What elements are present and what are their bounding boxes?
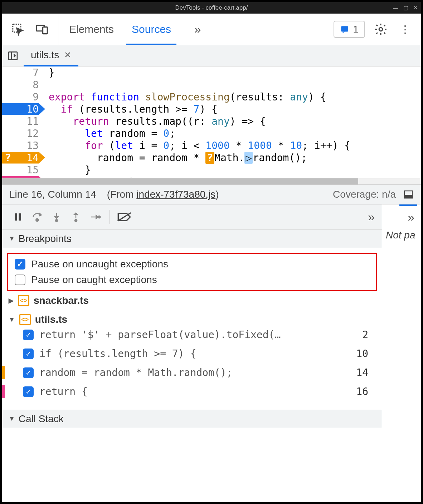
window-title: DevTools - coffee-cart.app/ [175,4,248,11]
issues-count: 1 [353,24,359,35]
breakpoint-item[interactable]: if (results.length >= 7) {10 [9,344,375,363]
gear-icon[interactable] [372,21,389,38]
breakpoint-text: return '$' + parseFloat(value).toFixed(… [39,329,281,341]
line-number[interactable]: 9 [2,91,45,103]
line-number[interactable]: 12 [2,128,45,139]
step-icon[interactable] [87,208,104,226]
close-icon[interactable]: ✕ [413,5,418,11]
debugger-status-text: Not pa [386,229,417,241]
line-number[interactable]: 14 [2,152,45,164]
debugger-toolbar: » [2,204,382,229]
more-debug-icon[interactable]: » [368,210,375,224]
code-line[interactable]: 13 for (let i = 0; i < 1000 * 1000 * 10;… [2,139,421,152]
line-number[interactable]: 13 [2,140,45,152]
breakpoint-item[interactable]: return {16 [9,382,375,401]
breakpoint-text: if (results.length >= 7) { [39,348,196,360]
file-icon: <> [18,295,29,306]
pause-caught-label: Pause on caught exceptions [31,274,157,286]
breakpoint-text: return { [39,386,88,397]
pause-icon[interactable] [9,208,26,226]
breakpoint-file-header[interactable]: ▼<>utils.ts [9,314,375,325]
svg-rect-10 [19,213,21,221]
file-tab-utils[interactable]: utils.ts ✕ [24,45,78,66]
code-text: export function slowProcessing(results: … [45,91,326,103]
status-bar: Line 16, Column 14 (From index-73f73a80.… [2,184,421,204]
breakpoint-line: 16 [356,386,375,397]
code-line[interactable]: 7} [2,66,421,79]
panel-toggle-icon[interactable] [2,50,24,61]
breakpoints-header[interactable]: ▼ Breakpoints [2,229,382,248]
source-from: (From index-73f73a80.js) [107,189,219,200]
step-over-icon[interactable] [29,208,46,226]
file-tabs: utils.ts ✕ [2,45,421,66]
svg-point-4 [379,28,383,31]
callstack-header[interactable]: ▼ Call Stack [2,410,382,428]
breakpoint-file-name: snackbar.ts [34,295,89,306]
horizontal-scrollbar[interactable] [2,178,421,184]
maximize-icon[interactable]: ▢ [403,5,408,11]
line-number[interactable]: 8 [2,79,45,91]
window-titlebar: DevTools - coffee-cart.app/ — ▢ ✕ [2,2,421,14]
code-text: } [45,67,55,79]
coverage-label: Coverage: n/a [333,189,396,200]
svg-rect-9 [15,213,17,221]
breakpoint-line: 2 [362,329,375,341]
exception-options-highlight: Pause on uncaught exceptions Pause on ca… [7,253,377,291]
code-line[interactable]: 10 if (results.length >= 7) { [2,103,421,115]
breakpoint-line: 14 [356,367,375,379]
breakpoint-file-header[interactable]: ▶<>snackbar.ts [9,295,375,306]
pause-uncaught-checkbox[interactable] [15,259,25,270]
svg-line-18 [118,213,131,221]
line-number[interactable]: 11 [2,115,45,127]
breakpoint-checkbox[interactable] [23,349,34,359]
more-tabs-icon[interactable]: » [189,21,206,38]
code-text: random = random * ?Math.▷random(); [45,152,307,164]
pause-caught-checkbox[interactable] [15,275,25,285]
code-text: if (results.length >= 7) { [45,103,218,115]
device-icon[interactable] [34,21,51,38]
svg-rect-3 [341,26,349,31]
step-into-icon[interactable] [48,208,65,226]
more-panels-icon[interactable]: » [408,210,414,224]
line-number[interactable]: 7 [2,67,45,79]
inspect-icon[interactable] [9,21,26,38]
svg-point-11 [36,218,38,221]
chevron-down-icon: ▼ [9,415,15,423]
tab-elements[interactable]: Elements [69,14,114,45]
breakpoint-item[interactable]: return '$' + parseFloat(value).toFixed(…… [9,325,375,344]
disable-breakpoints-icon[interactable] [116,208,133,226]
close-tab-icon[interactable]: ✕ [64,50,71,60]
line-number[interactable]: 15 [2,164,45,176]
code-line[interactable]: 8 [2,79,421,91]
breakpoint-checkbox[interactable] [23,386,34,397]
code-text: } [45,164,91,176]
step-out-icon[interactable] [67,208,84,226]
breakpoint-line: 10 [356,348,375,360]
chevron-down-icon: ▼ [9,235,15,242]
code-line[interactable]: 15 } [2,164,421,176]
code-line[interactable]: 12 let random = 0; [2,127,421,139]
code-text: return results.map((r: any) => { [45,115,266,127]
tab-sources[interactable]: Sources [132,14,171,45]
breakpoint-checkbox[interactable] [23,330,34,340]
svg-point-17 [98,216,100,218]
source-link[interactable]: index-73f73a80.js [136,189,215,200]
code-line[interactable]: 11 return results.map((r: any) => { [2,115,421,127]
debugger-side-panel: » Not pa [382,204,421,502]
code-line[interactable]: 9export function slowProcessing(results:… [2,91,421,103]
cursor-position: Line 16, Column 14 [9,189,96,200]
collapse-icon[interactable] [403,189,414,200]
kebab-icon[interactable]: ⋮ [397,21,414,38]
code-editor[interactable]: 7}89export function slowProcessing(resul… [2,66,421,184]
breakpoint-text: random = random * Math.random(); [39,367,232,379]
breakpoint-checkbox[interactable] [23,367,34,378]
minimize-icon[interactable]: — [393,5,398,11]
svg-rect-2 [43,27,48,34]
file-icon: <> [19,314,31,325]
code-line[interactable]: 14 random = random * ?Math.▷random(); [2,152,421,164]
line-number[interactable]: 10 [2,103,45,115]
breakpoint-item[interactable]: random = random * Math.random();14 [9,363,375,382]
chevron-icon: ▼ [9,316,15,323]
issues-badge[interactable]: 1 [334,21,365,38]
svg-point-13 [55,219,58,221]
